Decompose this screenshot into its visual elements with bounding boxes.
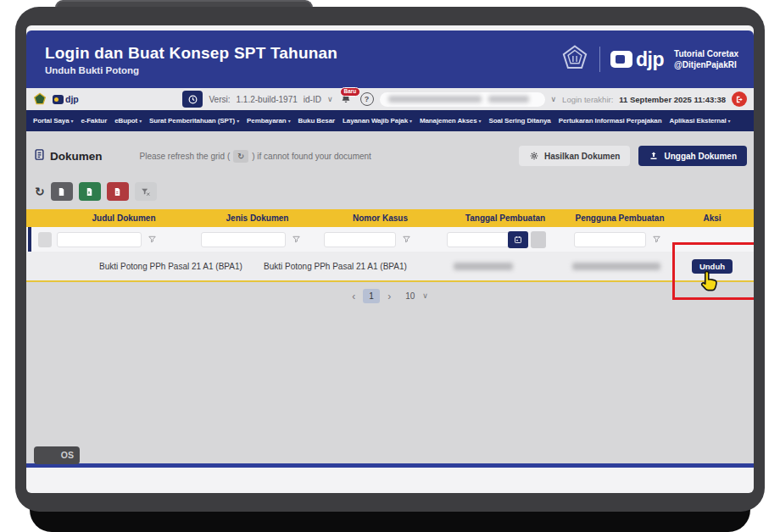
col-tanggal-pembuatan[interactable]: Tanggal Pembuatan: [442, 209, 569, 227]
kemenkeu-logo-icon: [33, 92, 47, 106]
filter-nomor-input[interactable]: [324, 232, 396, 247]
nav-pembayaran[interactable]: Pembayaran▾: [247, 117, 291, 125]
funnel-icon[interactable]: [148, 235, 157, 244]
col-judul-dokumen[interactable]: Judul Dokumen: [52, 209, 196, 227]
version-value: 1.1.2-build-1971: [237, 95, 298, 104]
document-icon: [33, 148, 46, 164]
nav-ebupot[interactable]: eBupot▾: [114, 117, 142, 125]
current-page[interactable]: 1: [363, 289, 380, 303]
row-selector-cell[interactable]: [26, 252, 52, 280]
selection-bar: [28, 227, 31, 252]
grid-refresh-button[interactable]: ↻: [35, 185, 45, 198]
upload-icon: [649, 151, 659, 161]
kemenkeu-pentagon-icon: [560, 43, 589, 75]
prev-page-button[interactable]: ‹: [352, 291, 355, 302]
next-page-button[interactable]: ›: [387, 291, 391, 302]
export-csv-button[interactable]: [51, 182, 73, 201]
channel-line2: @DitjenPajakRI: [674, 60, 737, 69]
filter-tanggal-input[interactable]: [447, 232, 510, 247]
funnel-icon[interactable]: [652, 235, 661, 244]
col-pengguna-pembuatan[interactable]: Pengguna Pembuatan: [569, 209, 671, 227]
section-buttons: Hasilkan Dokumen Unggah Dokumen: [519, 146, 747, 166]
gear-icon: [529, 151, 539, 161]
filter-selector-cell: [26, 227, 52, 252]
page-header-titles: Login dan Buat Konsep SPT Tahunan Unduh …: [45, 44, 560, 75]
main-nav: Portal Saya▾ e-Faktur eBupot▾ Surat Pemb…: [26, 110, 754, 131]
filter-jenis-input[interactable]: [201, 232, 286, 247]
cell-tanggal-redacted: [442, 252, 569, 280]
filter-jenis-cell: [196, 227, 319, 252]
refresh-icon[interactable]: ↻: [233, 150, 248, 163]
locale-chevron-down-icon[interactable]: ∨: [327, 96, 333, 103]
documents-table: Judul Dokumen Jenis Dokumen Nomor Kasus …: [26, 209, 754, 282]
nav-portal-saya[interactable]: Portal Saya▾: [33, 117, 73, 125]
djp-home-logo[interactable]: djp: [53, 94, 79, 104]
page-subtitle: Unduh Bukti Potong: [45, 65, 560, 75]
profile-chevron-down-icon[interactable]: ∨: [551, 96, 557, 103]
col-jenis-dokumen[interactable]: Jenis Dokumen: [196, 209, 319, 227]
filter-pengguna-cell: [569, 227, 671, 252]
file-pdf-icon: [113, 187, 122, 197]
redacted-value: [572, 263, 660, 270]
user-identity-redacted[interactable]: [380, 92, 545, 107]
table-row[interactable]: Bukti Potong PPh Pasal 21 A1 (BPA1) Bukt…: [26, 252, 754, 282]
funnel-icon[interactable]: [402, 235, 411, 244]
history-clock-button[interactable]: [182, 91, 203, 108]
cell-pengguna-redacted: [569, 252, 671, 280]
djp-logo: djp: [610, 48, 664, 71]
export-excel-button[interactable]: [79, 182, 101, 201]
filter-judul-cell: [52, 227, 196, 252]
selector-filter-box[interactable]: [38, 232, 52, 247]
filter-pengguna-input[interactable]: [574, 232, 646, 247]
nav-aplikasi-eksternal[interactable]: Aplikasi Eksternal▾: [669, 117, 730, 125]
video-frame-background: Login dan Buat Konsep SPT Tahunan Unduh …: [0, 0, 780, 532]
grid-toolbar: ↻: [35, 182, 157, 201]
section-title-wrap: Dokumen: [33, 148, 103, 164]
page-title: Login dan Buat Konsep SPT Tahunan: [45, 44, 560, 63]
nav-soal-sering-ditanya[interactable]: Soal Sering Ditanya: [488, 117, 550, 125]
redacted-text: [388, 96, 482, 103]
selector-column-header: [26, 209, 52, 227]
col-aksi[interactable]: Aksi: [671, 209, 754, 227]
nav-layanan-wajib-pajak[interactable]: Layanan Wajib Pajak▾: [343, 117, 412, 125]
header-divider: [599, 47, 600, 72]
nav-buku-besar[interactable]: Buku Besar: [298, 117, 335, 125]
nav-e-faktur[interactable]: e-Faktur: [81, 117, 107, 125]
hand-cursor: [696, 269, 722, 297]
notifications-button[interactable]: Baru: [339, 91, 354, 107]
calendar-icon: [513, 235, 523, 245]
refresh-note: Please refresh the grid ( ↻ ) if cannot …: [140, 150, 371, 163]
calendar-button[interactable]: [508, 231, 528, 248]
header-branding: djp Tutorial Coretax @DitjenPajakRI: [560, 43, 738, 75]
filter-nomor-cell: [319, 227, 442, 252]
locale-selector[interactable]: id-ID: [304, 95, 321, 104]
caret-down-icon: ▾: [139, 118, 142, 124]
tanggal-filter-box[interactable]: [531, 231, 546, 248]
logout-button[interactable]: [732, 91, 747, 107]
generate-document-button[interactable]: Hasilkan Dokumen: [519, 146, 630, 166]
nav-manajemen-akses[interactable]: Manajemen Akses▾: [420, 117, 482, 125]
refresh-note-after: ) if cannot found your document: [252, 152, 371, 161]
upload-document-button[interactable]: Unggah Dokumen: [638, 146, 747, 166]
filter-judul-input[interactable]: [57, 232, 142, 247]
page-size-value[interactable]: 10: [405, 291, 415, 301]
file-icon: [57, 187, 66, 197]
page-size-chevron-down-icon[interactable]: ∨: [422, 292, 428, 300]
new-badge: Baru: [340, 87, 361, 97]
section-header-row: Dokumen Please refresh the grid ( ↻ ) if…: [33, 143, 747, 169]
col-nomor-kasus[interactable]: Nomor Kasus: [319, 209, 442, 227]
app-screen: Login dan Buat Konsep SPT Tahunan Unduh …: [26, 25, 754, 493]
clear-filter-button[interactable]: [135, 182, 157, 201]
caret-down-icon: ▾: [478, 118, 481, 124]
file-excel-icon: [85, 187, 94, 197]
funnel-icon[interactable]: [292, 235, 301, 244]
nav-pertukaran-informasi[interactable]: Pertukaran Informasi Perpajakan: [559, 117, 662, 125]
last-login-label: Login terakhir:: [562, 95, 613, 104]
page-header: Login dan Buat Konsep SPT Tahunan Unduh …: [26, 30, 754, 88]
caret-down-icon: ▾: [410, 118, 412, 124]
export-pdf-button[interactable]: [107, 182, 129, 201]
help-button[interactable]: ?: [360, 92, 374, 106]
nav-surat-pemberitahuan[interactable]: Surat Pemberitahuan (SPT)▾: [149, 117, 239, 125]
caret-down-icon: ▾: [237, 118, 239, 124]
caret-down-icon: ▾: [728, 118, 731, 124]
